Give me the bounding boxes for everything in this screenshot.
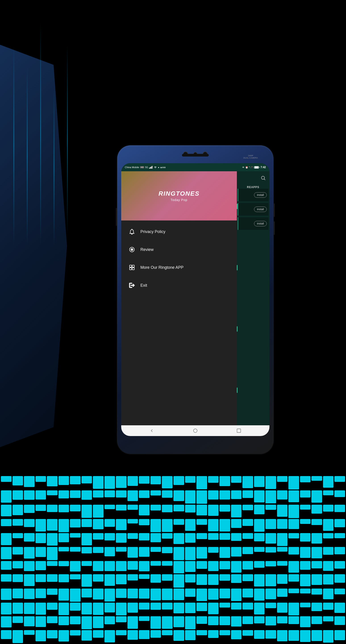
svg-point-8 bbox=[131, 248, 133, 250]
grid-cell bbox=[70, 505, 81, 512]
grid-cell bbox=[300, 588, 311, 594]
grid-cell bbox=[242, 616, 253, 624]
grid-cell bbox=[24, 476, 35, 487]
grid-cell bbox=[231, 476, 242, 483]
menu-item-review[interactable]: Review bbox=[121, 240, 237, 258]
recents-button[interactable] bbox=[235, 427, 242, 434]
grid-cell bbox=[277, 603, 288, 613]
grid-cell bbox=[335, 616, 345, 625]
grid-cell bbox=[93, 505, 104, 518]
grid-cell bbox=[265, 603, 276, 608]
grid-cell bbox=[24, 533, 35, 542]
bg-lines bbox=[0, 0, 112, 492]
grid-cell bbox=[93, 519, 104, 530]
grid-cell bbox=[219, 616, 230, 625]
grid-cell bbox=[116, 561, 127, 571]
grid-cell bbox=[128, 490, 138, 501]
eye-icon: 👁 bbox=[242, 166, 244, 168]
grid-cell bbox=[35, 505, 46, 511]
grid-cell bbox=[185, 505, 196, 512]
svg-rect-0 bbox=[149, 168, 150, 168]
grid-cell bbox=[288, 505, 299, 518]
grid-cell bbox=[104, 547, 115, 556]
grid-cell bbox=[104, 490, 115, 497]
grid-cell bbox=[104, 588, 115, 602]
grid-cell bbox=[151, 490, 161, 496]
app-title-sub: Today Pop bbox=[171, 198, 187, 202]
menu-item-exit[interactable]: Exit bbox=[121, 276, 237, 294]
grid-cell bbox=[323, 476, 334, 488]
grid-cell bbox=[335, 476, 345, 482]
power-button bbox=[116, 208, 117, 226]
svg-rect-11 bbox=[130, 268, 132, 270]
grid-cell bbox=[93, 630, 104, 638]
grid-cell bbox=[208, 533, 219, 540]
grid-cell bbox=[93, 490, 104, 498]
grid-cell bbox=[93, 533, 104, 540]
grid-cell bbox=[93, 547, 104, 553]
svg-rect-2 bbox=[151, 166, 152, 168]
grid-cell bbox=[219, 588, 230, 598]
grid-cell bbox=[288, 574, 299, 582]
grid-cell bbox=[116, 616, 127, 622]
grid-cell bbox=[58, 616, 69, 625]
search-button[interactable] bbox=[259, 174, 267, 182]
grid-cell bbox=[104, 574, 115, 586]
grid-cell bbox=[116, 588, 127, 598]
grid-cell bbox=[242, 490, 253, 498]
grid-cell bbox=[139, 574, 150, 579]
grid-cell bbox=[35, 630, 46, 641]
grid-cell bbox=[300, 547, 311, 558]
svg-rect-1 bbox=[150, 167, 151, 168]
grid-cell bbox=[219, 519, 230, 532]
grid-cell bbox=[1, 574, 11, 582]
grid-cell bbox=[277, 561, 288, 566]
grid-cell bbox=[300, 490, 311, 498]
grid-cell bbox=[173, 561, 184, 573]
grid-cell bbox=[196, 630, 207, 635]
grid-cell bbox=[47, 603, 58, 610]
grid-cell bbox=[1, 588, 11, 600]
grid-cell bbox=[219, 505, 230, 512]
grid-cell bbox=[254, 630, 265, 639]
drawer-menu[interactable]: RINGTONES Today Pop bbox=[121, 171, 237, 425]
more-ringtone-label: More Our Ringtone APP bbox=[140, 265, 183, 270]
grid-cell bbox=[254, 588, 265, 600]
grid-cell bbox=[311, 476, 322, 481]
grid-cell bbox=[173, 490, 184, 501]
grid-cell bbox=[277, 630, 288, 641]
svg-rect-9 bbox=[130, 265, 132, 267]
install-button-2[interactable]: install bbox=[254, 206, 267, 212]
grid-cell bbox=[300, 630, 311, 642]
grid-cell bbox=[185, 476, 196, 483]
install-button-3[interactable]: install bbox=[254, 221, 267, 226]
grid-cell bbox=[242, 561, 253, 570]
grid-cell bbox=[265, 616, 276, 626]
grid-cell bbox=[254, 561, 265, 568]
grid-cell bbox=[139, 561, 150, 571]
grid-cell bbox=[47, 630, 58, 638]
grid-cell bbox=[104, 533, 115, 540]
grid-cell bbox=[104, 603, 115, 612]
grid-cell bbox=[323, 533, 334, 538]
grid-cell bbox=[70, 561, 81, 572]
grid-cell bbox=[24, 630, 35, 635]
grid-cell bbox=[81, 603, 92, 614]
grid-cell bbox=[254, 476, 265, 487]
back-button[interactable] bbox=[149, 427, 155, 434]
grid-cell bbox=[35, 588, 46, 598]
grid-cell bbox=[173, 603, 184, 613]
grid-cell bbox=[185, 588, 196, 596]
grid-cell bbox=[116, 505, 127, 511]
grid-cell bbox=[311, 505, 322, 514]
grid-cell bbox=[151, 519, 161, 532]
menu-item-more-ringtone[interactable]: More Our Ringtone APP bbox=[121, 258, 237, 276]
menu-item-privacy-policy[interactable]: Privacy Policy bbox=[121, 223, 237, 240]
grid-cell bbox=[70, 476, 81, 484]
grid-cell bbox=[81, 616, 92, 629]
home-button[interactable] bbox=[192, 427, 199, 434]
carrier-name: China Mobile bbox=[125, 166, 139, 168]
grid-cell bbox=[208, 588, 219, 600]
grid-cell bbox=[139, 588, 150, 598]
install-button-1[interactable]: install bbox=[254, 192, 267, 198]
